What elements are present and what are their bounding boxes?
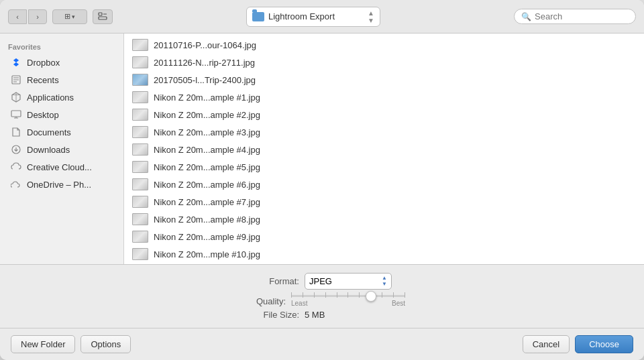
list-item[interactable]: 20110716-P...our-1064.jpg: [124, 36, 644, 54]
filesize-label: File Size:: [252, 310, 299, 320]
slider-tick: [347, 292, 348, 298]
quality-slider-container: Least Best: [291, 295, 405, 307]
list-item[interactable]: 20170505-l...Trip-2400.jpg: [124, 71, 644, 88]
file-name: Nikon Z 20m...ample #1.jpg: [154, 93, 260, 103]
file-name: Nikon Z 20m...ample #6.jpg: [154, 180, 260, 190]
slider-tick: [291, 292, 292, 298]
list-item[interactable]: Nikon Z 20m...mple #10.jpg: [124, 245, 644, 263]
file-thumbnail: [132, 39, 148, 51]
sidebar-item-downloads[interactable]: Downloads: [3, 141, 121, 158]
filesize-row: File Size: 5 MB: [13, 310, 631, 320]
svg-rect-1: [99, 17, 107, 19]
downloads-icon: [11, 144, 21, 155]
file-thumbnail: [132, 56, 148, 68]
sidebar-section-title: Favorites: [0, 40, 123, 54]
action-button[interactable]: [93, 9, 113, 24]
file-list[interactable]: 20110716-P...our-1064.jpg20111126-N...ri…: [124, 34, 644, 264]
list-item[interactable]: Nikon Z 20m...ample #4.jpg: [124, 141, 644, 158]
action-icon: [98, 12, 107, 21]
file-name: Nikon Z 20m...ample #4.jpg: [154, 145, 260, 155]
recents-icon: [11, 74, 21, 85]
file-thumbnail: [132, 248, 148, 260]
slider-tick: [314, 292, 315, 298]
file-name: Nikon Z 20m...ample #5.jpg: [154, 162, 260, 172]
file-thumbnail: [132, 178, 148, 190]
sidebar-item-recents-label: Recents: [27, 75, 59, 85]
back-button[interactable]: ‹: [8, 9, 27, 24]
slider-thumb[interactable]: [366, 291, 376, 302]
list-item[interactable]: Nikon Z 20m...ample #2.jpg: [124, 106, 644, 123]
sidebar-item-documents-label: Documents: [27, 127, 71, 137]
bottom-panel: Format: JPEG ▲ ▼ Quality:: [0, 264, 644, 328]
new-folder-button[interactable]: New Folder: [11, 335, 75, 353]
sidebar-item-documents[interactable]: Documents: [3, 123, 121, 141]
choose-button[interactable]: Choose: [575, 335, 633, 353]
slider-tick: [337, 292, 337, 298]
list-item[interactable]: Nikon Z 20m...ample #3.jpg: [124, 123, 644, 141]
slider-track: [291, 295, 405, 297]
open-dialog: ‹ › ⊞ ▾ Lightroom Export: [0, 0, 644, 360]
footer-right: Cancel Choose: [523, 335, 633, 353]
list-item[interactable]: Nikon Z 20m...ample #9.jpg: [124, 228, 644, 245]
list-item[interactable]: Nikon Z 20m...ample #8.jpg: [124, 211, 644, 228]
slider-ticks: [291, 292, 405, 298]
list-item[interactable]: Nikon Z 20m...ample #1.jpg: [124, 88, 644, 106]
format-value: JPEG: [309, 276, 332, 286]
file-thumbnail: [132, 213, 148, 225]
quality-row: Quality:: [13, 295, 631, 307]
slider-tick: [325, 292, 326, 298]
sidebar-item-recents[interactable]: Recents: [3, 71, 121, 88]
file-thumbnail: [132, 109, 148, 121]
sidebar-item-applications[interactable]: Applications: [3, 88, 121, 106]
dropbox-icon: [11, 57, 21, 68]
nav-buttons: ‹ ›: [8, 9, 47, 24]
sidebar-item-creative-cloud-label: Creative Cloud...: [27, 162, 92, 172]
slider-tick: [393, 292, 394, 298]
file-name: Nikon Z 20m...ample #2.jpg: [154, 110, 260, 120]
view-toggle-button[interactable]: ⊞ ▾: [52, 9, 87, 24]
svg-rect-0: [99, 13, 102, 15]
file-thumbnail: [132, 126, 148, 138]
desktop-icon: [11, 109, 21, 120]
search-icon: 🔍: [521, 12, 531, 21]
sidebar-item-creative-cloud[interactable]: Creative Cloud...: [3, 158, 121, 176]
list-item[interactable]: Nikon Z 20m...ample #7.jpg: [124, 193, 644, 211]
forward-button[interactable]: ›: [28, 9, 47, 24]
sidebar-item-dropbox-label: Dropbox: [27, 58, 60, 68]
search-box[interactable]: 🔍: [514, 9, 636, 24]
view-chevron-icon: ▾: [72, 13, 75, 20]
onedrive-icon: [11, 179, 21, 190]
slider-track-container[interactable]: [291, 295, 405, 297]
file-name: Nikon Z 20m...ample #7.jpg: [154, 197, 260, 207]
content-area: Favorites Dropbox: [0, 34, 644, 264]
file-name: 20170505-l...Trip-2400.jpg: [154, 75, 256, 85]
sidebar-item-dropbox[interactable]: Dropbox: [3, 54, 121, 71]
sidebar-item-desktop-label: Desktop: [27, 110, 59, 120]
list-item[interactable]: Nikon Z 20m...ample #6.jpg: [124, 176, 644, 193]
slider-tick: [405, 292, 405, 298]
sidebar-item-desktop[interactable]: Desktop: [3, 106, 121, 123]
footer-left: New Folder Options: [11, 335, 131, 353]
list-item[interactable]: 20111126-N...rip-2711.jpg: [124, 54, 644, 71]
format-row: Format: JPEG ▲ ▼: [13, 273, 631, 290]
forward-icon: ›: [36, 13, 39, 21]
search-input[interactable]: [535, 11, 629, 21]
view-icon: ⊞: [64, 12, 70, 21]
documents-icon: [11, 127, 21, 137]
sidebar-item-onedrive[interactable]: OneDrive – Ph...: [3, 176, 121, 193]
format-select[interactable]: JPEG ▲ ▼: [305, 273, 392, 290]
file-name: Nikon Z 20m...ample #3.jpg: [154, 127, 260, 137]
options-button[interactable]: Options: [80, 335, 131, 353]
list-item[interactable]: Nikon Z 20m...ample #5.jpg: [124, 158, 644, 176]
file-thumbnail: [132, 161, 148, 173]
file-name: 20111126-N...rip-2711.jpg: [154, 58, 255, 68]
folder-selector[interactable]: Lightroom Export ▲ ▼: [246, 7, 380, 27]
sidebar-item-onedrive-label: OneDrive – Ph...: [27, 180, 91, 190]
svg-rect-6: [11, 111, 21, 117]
cancel-button[interactable]: Cancel: [523, 335, 570, 353]
file-thumbnail: [132, 231, 148, 243]
folder-icon: [252, 12, 264, 21]
file-thumbnail: [132, 196, 148, 208]
format-label: Format:: [252, 276, 299, 286]
slider-labels: Least Best: [291, 300, 405, 307]
